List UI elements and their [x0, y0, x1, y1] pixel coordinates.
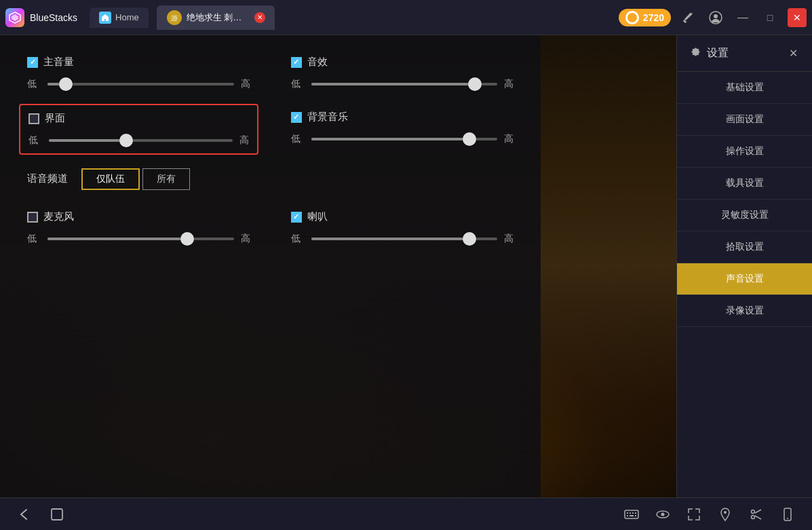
- svg-rect-10: [630, 512, 631, 514]
- home-button[interactable]: [46, 504, 68, 525]
- svg-point-17: [661, 512, 665, 516]
- sfx-low: 低: [291, 78, 305, 90]
- sidebar-header: 设置 ✕: [677, 35, 812, 72]
- microphone-checkbox[interactable]: [27, 212, 38, 223]
- sidebar-item-record[interactable]: 录像设置: [677, 295, 812, 327]
- speaker-section: 喇叭 低 高: [291, 210, 514, 245]
- speaker-label: 喇叭: [307, 210, 328, 223]
- speaker-low: 低: [291, 233, 305, 245]
- ui-sound-high: 高: [239, 134, 249, 147]
- speaker-checkbox[interactable]: [291, 212, 302, 223]
- microphone-slider[interactable]: [47, 238, 234, 240]
- bgm-high: 高: [504, 133, 514, 145]
- microphone-low: 低: [27, 233, 41, 245]
- eye-icon[interactable]: [652, 504, 674, 525]
- title-bar-left: BlueStacks Home 游 绝地求生 刺激！ ✕: [5, 5, 275, 30]
- sidebar-item-loot[interactable]: 拾取设置: [677, 231, 812, 263]
- svg-rect-11: [632, 512, 634, 514]
- game-background: 主音量 低 高 音效: [0, 35, 676, 497]
- bottom-left: [14, 504, 68, 525]
- sidebar-item-display[interactable]: 画面设置: [677, 104, 812, 136]
- close-button[interactable]: ✕: [788, 8, 807, 27]
- bottom-right: [621, 504, 798, 525]
- speaker-high: 高: [504, 233, 514, 245]
- sidebar-item-vehicle[interactable]: 载具设置: [677, 168, 812, 200]
- game-tab-icon: 游: [166, 10, 182, 26]
- ui-sound-checkbox[interactable]: [28, 113, 39, 124]
- phone-icon[interactable]: [777, 504, 798, 525]
- speaker-slider-row: 低 高: [291, 233, 514, 245]
- sidebar-title: 设置: [707, 46, 729, 60]
- minimize-button[interactable]: —: [733, 8, 752, 27]
- home-tab-icon: [99, 12, 111, 24]
- bgm-checkbox[interactable]: [291, 112, 302, 123]
- svg-rect-9: [627, 512, 628, 514]
- svg-rect-7: [52, 509, 62, 520]
- microphone-header: 麦克风: [27, 210, 250, 223]
- svg-rect-8: [625, 510, 638, 518]
- master-volume-header: 主音量: [27, 56, 250, 69]
- coin-badge[interactable]: 2720: [619, 9, 671, 26]
- sidebar-title-row: 设置: [688, 45, 729, 62]
- speaker-slider[interactable]: [311, 238, 498, 240]
- back-button[interactable]: [14, 504, 35, 525]
- voice-channel-section: 语音频道 仅队伍 所有: [27, 168, 514, 190]
- sidebar-close-button[interactable]: ✕: [785, 45, 801, 62]
- sfx-slider[interactable]: [311, 83, 498, 86]
- sound-grid-bottom: 麦克风 低 高 喇叭: [27, 210, 514, 245]
- master-volume-slider-row: 低 高: [27, 78, 250, 90]
- title-bar-right: 2720 — □ ✕: [619, 8, 807, 27]
- voice-all-button[interactable]: 所有: [142, 168, 190, 190]
- svg-line-21: [755, 510, 761, 513]
- bgm-section: 背景音乐 低 高: [291, 111, 514, 148]
- coin-count: 2720: [643, 12, 664, 23]
- sidebar-item-sound[interactable]: 声音设置: [677, 263, 812, 295]
- svg-point-24: [787, 518, 788, 519]
- voice-team-button[interactable]: 仅队伍: [81, 168, 140, 190]
- game-tab-close[interactable]: ✕: [254, 12, 265, 23]
- wrench-icon[interactable]: [679, 8, 698, 27]
- bgm-low: 低: [291, 133, 305, 145]
- svg-line-22: [755, 516, 761, 519]
- sfx-checkbox[interactable]: [291, 57, 302, 68]
- maximize-button[interactable]: □: [760, 8, 779, 27]
- bluestacks-logo: [5, 8, 24, 27]
- main-area: 主音量 低 高 音效: [0, 35, 812, 497]
- sidebar: 设置 ✕ 基础设置 画面设置 操作设置 载具设置 灵敏度设置 拾取设置 声音设置…: [676, 35, 812, 497]
- ui-sound-label: 界面: [45, 112, 65, 125]
- bottom-bar: [0, 497, 812, 530]
- profile-icon[interactable]: [706, 8, 725, 27]
- svg-rect-15: [635, 515, 636, 516]
- game-tab[interactable]: 游 绝地求生 刺激！ ✕: [157, 5, 275, 30]
- bgm-label: 背景音乐: [307, 111, 348, 124]
- master-volume-high: 高: [241, 78, 250, 90]
- bgm-header: 背景音乐: [291, 111, 514, 124]
- svg-rect-13: [627, 515, 628, 516]
- expand-icon[interactable]: [683, 504, 705, 525]
- sidebar-item-sensitivity[interactable]: 灵敏度设置: [677, 200, 812, 231]
- master-volume-slider[interactable]: [47, 83, 234, 86]
- sfx-high: 高: [504, 78, 514, 90]
- scissors-icon[interactable]: [746, 504, 767, 525]
- settings-panel: 主音量 低 高 音效: [0, 35, 541, 497]
- svg-point-18: [724, 511, 727, 514]
- master-volume-low: 低: [27, 78, 41, 90]
- microphone-section: 麦克风 低 高: [27, 210, 250, 245]
- speaker-header: 喇叭: [291, 210, 514, 223]
- sidebar-item-basic[interactable]: 基础设置: [677, 72, 812, 104]
- app-name: BlueStacks: [30, 12, 77, 23]
- microphone-high: 高: [241, 233, 250, 245]
- location-icon[interactable]: [714, 504, 736, 525]
- sidebar-item-controls[interactable]: 操作设置: [677, 136, 812, 168]
- master-volume-checkbox[interactable]: [27, 57, 38, 68]
- svg-rect-12: [635, 512, 636, 514]
- svg-point-6: [714, 14, 718, 18]
- keyboard-icon[interactable]: [621, 504, 642, 525]
- home-tab-label: Home: [115, 12, 139, 22]
- home-tab[interactable]: Home: [90, 7, 149, 28]
- svg-marker-1: [12, 14, 18, 21]
- voice-buttons: 仅队伍 所有: [81, 168, 190, 190]
- bgm-slider[interactable]: [311, 138, 498, 140]
- ui-sound-slider[interactable]: [49, 139, 233, 142]
- sfx-slider-row: 低 高: [291, 78, 514, 90]
